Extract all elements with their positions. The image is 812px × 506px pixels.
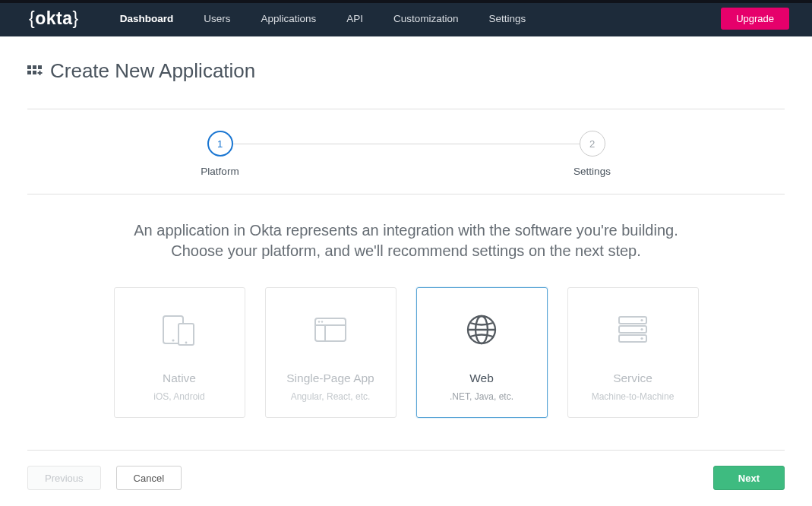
okta-logo: {okta}: [29, 8, 79, 29]
top-navbar: {okta} Dashboard Users Applications API …: [0, 0, 812, 36]
card-title: Web: [469, 372, 494, 385]
svg-rect-3: [27, 71, 31, 74]
intro-line-2: Choose your platform, and we'll recommen…: [118, 241, 695, 261]
step-label-settings: Settings: [573, 166, 611, 177]
globe-icon: [417, 288, 547, 372]
upgrade-button[interactable]: Upgrade: [721, 8, 789, 30]
svg-point-24: [640, 337, 643, 340]
svg-point-8: [172, 339, 174, 341]
svg-point-22: [640, 319, 643, 321]
svg-point-10: [185, 342, 188, 344]
svg-rect-0: [27, 65, 31, 69]
card-subtitle: Angular, React, etc.: [291, 391, 371, 402]
card-subtitle: .NET, Java, etc.: [450, 391, 513, 402]
step-platform[interactable]: 1 Platform: [194, 131, 247, 177]
primary-nav: Dashboard Users Applications API Customi…: [105, 7, 542, 30]
step-connector-line: [220, 144, 593, 144]
page-title: Create New Application: [50, 59, 255, 83]
wizard-footer: Previous Cancel Next: [27, 466, 785, 490]
step-number-2: 2: [580, 131, 605, 157]
card-title: Native: [163, 372, 196, 385]
step-label-platform: Platform: [201, 166, 239, 177]
platform-card-native[interactable]: Native iOS, Android: [114, 287, 245, 418]
nav-item-api[interactable]: API: [331, 7, 378, 30]
grid-plus-icon: [27, 64, 43, 79]
nav-item-applications[interactable]: Applications: [245, 7, 331, 30]
intro-copy: An application in Okta represents an int…: [118, 220, 695, 261]
logo-text: okta: [35, 8, 72, 28]
step-settings[interactable]: 2 Settings: [566, 131, 619, 177]
next-button[interactable]: Next: [713, 466, 785, 490]
svg-rect-4: [33, 71, 36, 74]
card-subtitle: Machine-to-Machine: [592, 391, 675, 402]
intro-line-1: An application in Okta represents an int…: [118, 220, 695, 241]
nav-item-settings[interactable]: Settings: [474, 7, 542, 30]
nav-item-dashboard[interactable]: Dashboard: [105, 7, 189, 30]
svg-point-15: [321, 321, 323, 322]
card-title: Service: [613, 372, 652, 385]
platform-card-spa[interactable]: Single-Page App Angular, React, etc.: [265, 287, 397, 418]
svg-point-23: [640, 328, 643, 330]
svg-rect-1: [33, 65, 36, 69]
platform-cards-row: Native iOS, Android Single-Page App Angu…: [27, 287, 785, 418]
svg-rect-2: [38, 65, 42, 69]
browser-window-icon: [266, 288, 396, 372]
footer-divider: [27, 450, 785, 451]
cancel-button[interactable]: Cancel: [116, 466, 182, 490]
page-header: Create New Application: [27, 59, 785, 83]
nav-item-users[interactable]: Users: [188, 7, 245, 30]
previous-button: Previous: [27, 466, 101, 490]
step-number-1: 1: [207, 131, 233, 157]
card-title: Single-Page App: [286, 372, 374, 385]
platform-card-web[interactable]: Web .NET, Java, etc.: [416, 287, 548, 418]
card-subtitle: iOS, Android: [153, 391, 204, 402]
svg-rect-6: [38, 72, 43, 74]
platform-card-service[interactable]: Service Machine-to-Machine: [567, 287, 699, 418]
server-icon: [568, 288, 698, 372]
wizard-stepper: 1 Platform 2 Settings: [27, 109, 785, 194]
nav-item-customization[interactable]: Customization: [378, 7, 474, 30]
devices-icon: [115, 288, 245, 372]
main-content: Create New Application 1 Platform 2 Sett…: [0, 36, 812, 506]
svg-point-14: [318, 321, 320, 322]
